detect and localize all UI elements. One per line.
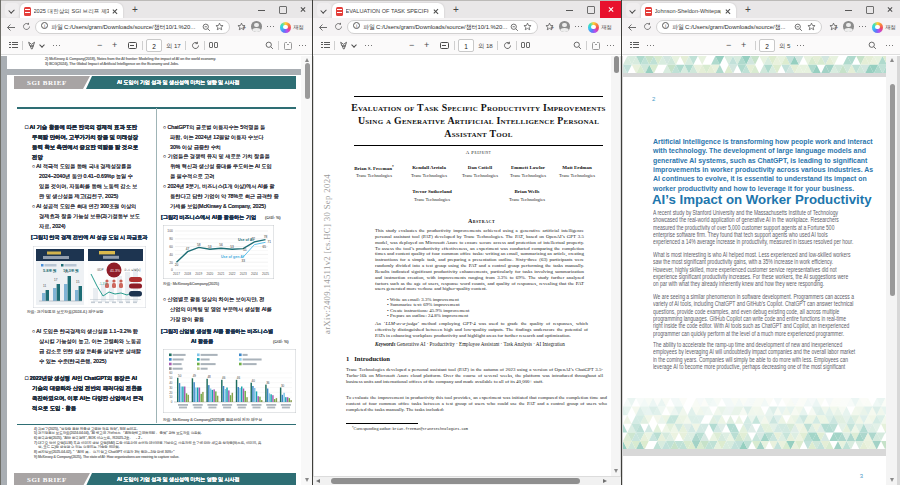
svg-text:41.3%: 41.3% (110, 269, 121, 273)
svg-text:15: 15 (76, 280, 80, 284)
svg-text:46: 46 (222, 376, 226, 380)
svg-text:Use of AI: Use of AI (238, 238, 253, 242)
svg-text:60: 60 (169, 371, 173, 375)
svg-text:65: 65 (263, 245, 267, 249)
svg-text:48: 48 (207, 375, 211, 379)
svg-text:53: 53 (230, 245, 234, 249)
svg-text:100: 100 (167, 229, 173, 233)
svg-text:50: 50 (178, 374, 182, 378)
svg-text:40: 40 (169, 381, 173, 385)
svg-text:-1.3%: -1.3% (99, 282, 107, 286)
svg-text:11: 11 (43, 284, 46, 288)
svg-text:2020: 2020 (206, 272, 213, 276)
svg-text:50: 50 (169, 376, 173, 380)
svg-text:30: 30 (169, 386, 173, 390)
svg-text:40: 40 (252, 379, 256, 383)
svg-text:2022: 2022 (229, 272, 236, 276)
svg-text:30: 30 (281, 384, 285, 388)
svg-text:56: 56 (219, 243, 223, 247)
svg-text:20: 20 (169, 261, 173, 265)
svg-text:71: 71 (268, 240, 272, 244)
svg-text:55: 55 (243, 248, 247, 252)
svg-text:36: 36 (266, 381, 270, 385)
svg-text:GDP: GDP (97, 268, 104, 272)
svg-text:53: 53 (208, 245, 212, 249)
svg-text:2025: 2025 (262, 272, 269, 276)
svg-text:2024: 2024 (251, 272, 258, 276)
svg-text:33: 33 (241, 259, 245, 263)
svg-text:49: 49 (193, 374, 197, 378)
svg-text:46: 46 (237, 376, 241, 380)
svg-text:2023: 2023 (240, 272, 247, 276)
svg-text:78: 78 (264, 235, 268, 239)
svg-text:10: 10 (169, 395, 173, 399)
svg-text:Use of gen AI: Use of gen AI (221, 255, 244, 259)
svg-text:25: 25 (65, 270, 69, 274)
svg-text:17: 17 (54, 278, 58, 282)
svg-text:추가 성장(a): 추가 성장(a) (124, 268, 141, 272)
svg-text:80: 80 (169, 237, 173, 241)
svg-text:2018: 2018 (184, 272, 191, 276)
svg-text:20: 20 (175, 263, 179, 267)
svg-text:2017: 2017 (173, 272, 180, 276)
svg-text:20: 20 (169, 391, 173, 395)
svg-text:47: 47 (186, 247, 190, 251)
svg-text:58: 58 (197, 243, 201, 247)
svg-text:2021: 2021 (218, 272, 225, 276)
svg-text:40: 40 (169, 253, 173, 257)
svg-text:2019: 2019 (195, 272, 202, 276)
svg-text:60: 60 (169, 245, 173, 249)
